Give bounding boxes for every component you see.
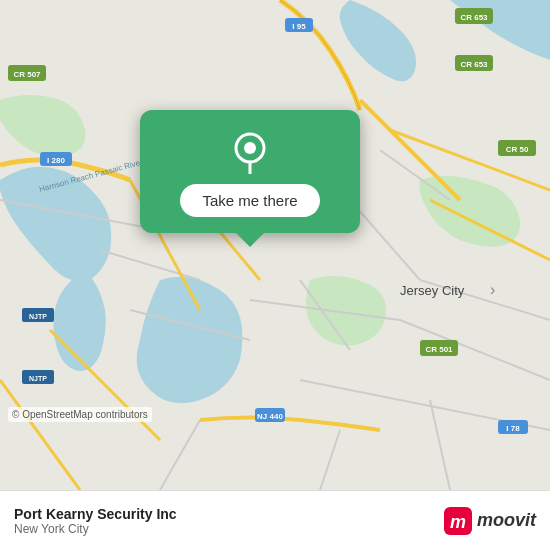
svg-text:CR 653: CR 653 [460, 13, 488, 22]
svg-text:NJ 440: NJ 440 [257, 412, 283, 421]
location-pin-icon [228, 130, 272, 174]
osm-attribution: © OpenStreetMap contributors [8, 407, 152, 422]
moovit-logo-icon: m [444, 507, 472, 535]
svg-text:I 78: I 78 [506, 424, 520, 433]
svg-text:NJTP: NJTP [29, 313, 47, 320]
map-container: I 95 I 280 NJ 440 CR 653 [0, 0, 550, 490]
svg-text:I 95: I 95 [292, 22, 306, 31]
bottom-bar: Port Kearny Security Inc New York City m… [0, 490, 550, 550]
location-city: New York City [14, 522, 177, 536]
svg-text:CR 501: CR 501 [425, 345, 453, 354]
svg-text:CR 50: CR 50 [506, 145, 529, 154]
svg-text:m: m [450, 512, 466, 532]
moovit-brand-text: moovit [477, 510, 536, 531]
moovit-logo[interactable]: m moovit [444, 507, 536, 535]
take-me-there-button[interactable]: Take me there [180, 184, 319, 217]
svg-text:›: › [490, 281, 495, 298]
svg-text:Jersey City: Jersey City [400, 283, 465, 298]
svg-text:CR 653: CR 653 [460, 60, 488, 69]
svg-text:I 280: I 280 [47, 156, 65, 165]
location-info: Port Kearny Security Inc New York City [14, 506, 177, 536]
location-name: Port Kearny Security Inc [14, 506, 177, 522]
svg-text:NJTP: NJTP [29, 375, 47, 382]
popup-card[interactable]: Take me there [140, 110, 360, 233]
svg-text:CR 507: CR 507 [13, 70, 41, 79]
svg-point-48 [244, 142, 256, 154]
